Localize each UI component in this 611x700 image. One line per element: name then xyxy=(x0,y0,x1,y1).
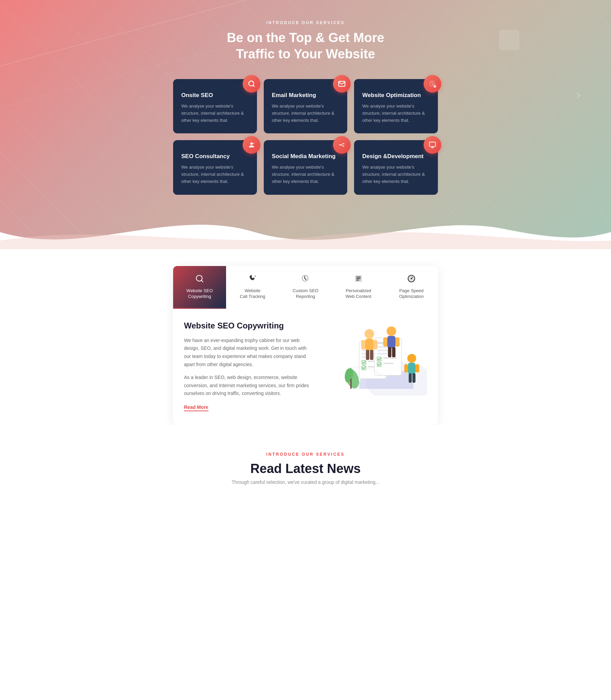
services-grid: Onsite SEOWe analyse your website's stru… xyxy=(173,79,438,195)
service-title-design-development: Design &Development xyxy=(362,153,430,160)
tab-icon-website-seo-copywriting xyxy=(195,274,204,285)
svg-rect-40 xyxy=(365,339,373,351)
tab-section: Website SEOCopywritingWebsiteCall Tracki… xyxy=(0,249,611,425)
tab-item-personalized-web-content[interactable]: PersonalizedWeb Content xyxy=(332,266,385,309)
service-icon-onsite-seo xyxy=(243,75,260,93)
service-card-website-optimization: Website OptimizationWe analyse your webs… xyxy=(354,79,438,133)
svg-point-51 xyxy=(407,354,416,363)
decorative-square xyxy=(499,30,519,50)
svg-rect-55 xyxy=(409,373,412,383)
service-title-website-optimization: Website Optimization xyxy=(362,92,430,99)
service-desc-design-development: We analyse your website's structure, int… xyxy=(362,164,430,185)
svg-rect-38 xyxy=(383,363,393,364)
service-icon-website-optimization xyxy=(423,75,441,93)
svg-rect-49 xyxy=(388,347,391,357)
read-more-link[interactable]: Read More xyxy=(184,405,208,411)
service-icon-design-development xyxy=(423,136,441,154)
svg-rect-47 xyxy=(383,337,387,347)
tab-icon-custom-seo-reporting xyxy=(301,274,310,285)
news-subtitle: Through careful selection, we've curated… xyxy=(7,480,604,485)
service-desc-website-optimization: We analyse your website's structure, int… xyxy=(362,103,430,124)
tab-icon-website-call-tracking xyxy=(248,274,257,285)
hero-title-line1: Be on the Top & Get More xyxy=(227,31,384,45)
svg-rect-36 xyxy=(383,357,397,359)
svg-rect-20 xyxy=(350,379,352,389)
svg-rect-46 xyxy=(387,336,396,348)
service-icon-email-marketing xyxy=(333,75,351,93)
service-title-email-marketing: Email Marketing xyxy=(272,92,340,99)
tab-content-title: Website SEO Copywriting xyxy=(184,321,312,331)
decorative-arrow: › xyxy=(576,87,580,103)
tab-icon-page-speed-optimization xyxy=(407,274,416,285)
illustration xyxy=(325,321,427,396)
tab-item-page-speed-optimization[interactable]: Page SpeedOptimization xyxy=(385,266,438,309)
tab-label-custom-seo-reporting: Custom SEOReporting xyxy=(293,288,318,300)
svg-rect-41 xyxy=(361,340,365,350)
service-desc-onsite-seo: We analyse your website's structure, int… xyxy=(181,103,249,124)
tab-label-personalized-web-content: PersonalizedWeb Content xyxy=(345,288,371,300)
svg-rect-53 xyxy=(404,364,408,372)
service-card-email-marketing: Email MarketingWe analyse your website's… xyxy=(264,79,347,133)
service-card-design-development: Design &DevelopmentWe analyse your websi… xyxy=(354,140,438,195)
hero-title-line2: Traffic to Your Website xyxy=(236,47,375,61)
tab-item-website-call-tracking[interactable]: WebsiteCall Tracking xyxy=(226,266,279,309)
tab-label-website-seo-copywriting: Website SEOCopywriting xyxy=(187,288,213,300)
tab-container: Website SEOCopywritingWebsiteCall Tracki… xyxy=(173,266,438,425)
svg-rect-50 xyxy=(392,347,396,357)
service-desc-seo-consultancy: We analyse your website's structure, int… xyxy=(181,164,249,185)
hero-section-label: INTRODUCE OUR SERVICES xyxy=(7,20,604,25)
tab-item-custom-seo-reporting[interactable]: Custom SEOReporting xyxy=(279,266,332,309)
news-section: INTRODUCE OUR SERVICES Read Latest News … xyxy=(0,425,611,499)
svg-point-39 xyxy=(364,329,374,339)
service-desc-social-media-marketing: We analyse your website's structure, int… xyxy=(272,164,340,185)
tab-label-website-call-tracking: WebsiteCall Tracking xyxy=(240,288,265,300)
decorative-dots: · · · · xyxy=(31,179,53,187)
service-card-onsite-seo: Onsite SEOWe analyse your website's stru… xyxy=(173,79,257,133)
svg-line-4 xyxy=(340,143,344,145)
service-card-seo-consultancy: SEO ConsultancyWe analyse your website's… xyxy=(173,140,257,195)
news-section-label: INTRODUCE OUR SERVICES xyxy=(7,452,604,457)
service-icon-seo-consultancy xyxy=(243,136,260,154)
svg-line-10 xyxy=(201,280,203,282)
tab-content: Website SEO Copywriting We have an ever-… xyxy=(173,309,438,425)
tab-content-image xyxy=(325,321,427,396)
tab-content-paragraph2: As a leader in SEO, web design, ecommerc… xyxy=(184,374,312,398)
svg-rect-42 xyxy=(373,340,377,350)
tab-item-website-seo-copywriting[interactable]: Website SEOCopywriting xyxy=(173,266,226,309)
svg-rect-43 xyxy=(366,350,369,360)
svg-rect-6 xyxy=(429,142,435,147)
service-desc-email-marketing: We analyse your website's structure, int… xyxy=(272,103,340,124)
tab-content-paragraph1: We have an ever-expanding trophy cabinet… xyxy=(184,337,312,369)
service-icon-social-media-marketing xyxy=(333,136,351,154)
svg-rect-56 xyxy=(413,373,416,383)
service-title-seo-consultancy: SEO Consultancy xyxy=(181,153,249,160)
wave-separator xyxy=(0,215,611,249)
news-title: Read Latest News xyxy=(7,461,604,476)
tab-content-text: Website SEO Copywriting We have an ever-… xyxy=(184,321,312,412)
service-card-social-media-marketing: Social Media MarketingWe analyse your we… xyxy=(264,140,347,195)
svg-rect-54 xyxy=(416,364,419,372)
svg-point-3 xyxy=(253,143,254,144)
service-title-social-media-marketing: Social Media Marketing xyxy=(272,153,340,160)
svg-line-5 xyxy=(340,145,344,146)
svg-line-1 xyxy=(253,85,254,87)
service-title-onsite-seo: Onsite SEO xyxy=(181,92,249,99)
tab-header: Website SEOCopywritingWebsiteCall Tracki… xyxy=(173,266,438,309)
tab-label-page-speed-optimization: Page SpeedOptimization xyxy=(399,288,423,300)
svg-rect-52 xyxy=(408,363,416,374)
svg-rect-48 xyxy=(396,337,400,347)
svg-point-45 xyxy=(387,326,396,336)
svg-rect-44 xyxy=(370,350,373,360)
hero-section: › · · · · INTRODUCE OUR SERVICES Be on t… xyxy=(0,0,611,249)
tab-icon-personalized-web-content xyxy=(354,274,363,285)
